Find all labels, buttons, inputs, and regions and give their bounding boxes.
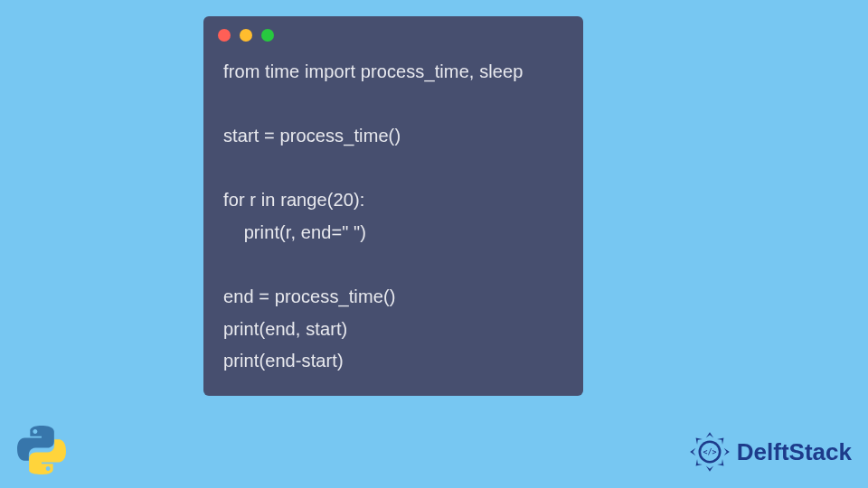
code-window: from time import process_time, sleep sta… <box>203 16 583 396</box>
maximize-icon <box>261 29 274 42</box>
svg-text:</>: </> <box>703 447 716 456</box>
delftstack-badge-icon: </> <box>686 428 733 475</box>
brand-name: DelftStack <box>737 438 852 466</box>
minimize-icon <box>240 29 252 42</box>
code-block: from time import process_time, sleep sta… <box>203 51 583 381</box>
close-icon <box>218 29 231 42</box>
window-controls <box>203 16 583 51</box>
python-logo-icon <box>16 425 67 475</box>
delftstack-logo: </> DelftStack <box>686 428 852 475</box>
